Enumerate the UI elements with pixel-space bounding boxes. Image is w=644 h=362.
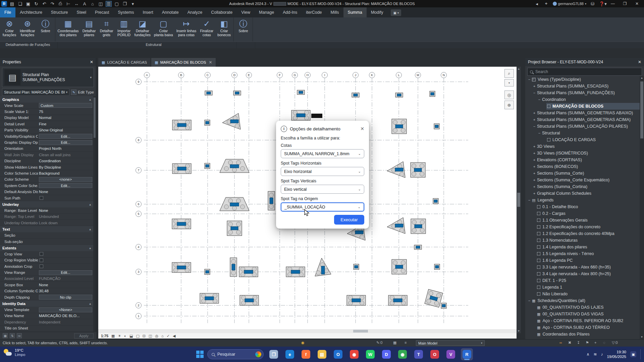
pile-cap-h[interactable] [286, 267, 305, 277]
section-header-extents[interactable]: Extents▴ [0, 245, 93, 251]
constraints-icon[interactable]: ✓ [167, 334, 170, 338]
tree-expand-icon[interactable]: − [527, 77, 531, 81]
pile-cap-tag[interactable] [352, 93, 359, 97]
revit-logo-icon[interactable]: R [1, 1, 7, 7]
pile-cap-sq[interactable] [392, 259, 407, 274]
ribbon-tab-manage[interactable]: Manage [255, 7, 278, 17]
property-row[interactable]: Annotation Crop [0, 263, 93, 269]
properties-scrollbar[interactable] [93, 96, 96, 332]
tree-expand-icon[interactable]: + [532, 178, 536, 182]
tree-item[interactable]: 1.4 Legenda dos pilares [525, 244, 640, 250]
property-value[interactable]: Project North [38, 146, 93, 152]
ribbon-tab-itercode[interactable]: iterCode [302, 7, 326, 17]
property-value[interactable]: <None> [38, 307, 93, 312]
property-row[interactable]: View Template<None> [0, 307, 93, 313]
taskbar-app-visual-studio[interactable]: V [445, 348, 457, 360]
ribbon-button-finalizar-cotas[interactable]: ✓Finalizarcotas [198, 18, 215, 41]
tree-item[interactable]: 0.2 - Cargas [525, 210, 640, 217]
pile-cap-tag[interactable] [233, 91, 241, 95]
ribbon-button-coordenadas-dos-pilares[interactable]: ▦Coordenadasdos pilares [56, 18, 80, 41]
tree-item[interactable]: −Structural [525, 130, 640, 136]
tree-expand-icon[interactable]: + [532, 191, 536, 195]
tree-item[interactable]: +Structural Plans (SUMMA_GEOMETRIAS ACIM… [525, 116, 640, 123]
pile-cap-sm[interactable] [354, 264, 359, 269]
pile-cap-vr[interactable] [230, 258, 237, 277]
ribbon-tab-systems[interactable]: Systems [113, 7, 138, 17]
ribbon-button-inserir-linhas-para-cotas[interactable]: ↦Inserir linhaspara cotas [175, 18, 198, 41]
visual-style-icon[interactable]: ▦ [111, 334, 115, 338]
property-value[interactable]: 30,48 [38, 288, 93, 294]
text-icon[interactable]: A [82, 1, 88, 6]
property-value[interactable]: Show Original [38, 127, 93, 133]
section-header-graphics[interactable]: Graphics▴ [0, 96, 93, 103]
property-row[interactable]: Display ModelNormal [0, 115, 93, 121]
property-value[interactable]: Edit... [38, 139, 93, 145]
tree-item[interactable]: +Elevations (CORTINAS) [525, 157, 640, 163]
ribbon-tab-modify[interactable]: Modify [367, 7, 388, 17]
property-value[interactable] [38, 257, 93, 263]
tree-item[interactable]: 1.2 Especificações do concreto [525, 224, 640, 230]
worksharing-icon[interactable]: ◉ [301, 341, 305, 345]
tree-item[interactable]: 1.5 Legenda níveis - Térreo [525, 250, 640, 257]
property-value[interactable]: Normal [38, 115, 93, 121]
browser-search-input[interactable]: Search [527, 68, 642, 76]
property-value[interactable]: None [38, 207, 93, 213]
properties-close-icon[interactable]: ✕ [90, 60, 93, 64]
tree-item[interactable]: −Structural Plans (SUMMA_LOCAÇÃO PILARES… [525, 123, 640, 130]
tree-item[interactable]: +3D Views [525, 143, 640, 150]
tree-item[interactable]: +3D Views (ISOMÉTRICOS) [525, 150, 640, 157]
thin-lines-icon[interactable]: ☰ [106, 1, 112, 7]
section-header-text[interactable]: Text▴ [0, 226, 93, 232]
filter-icon[interactable]: ≔ [17, 333, 22, 338]
property-row[interactable]: System Color Sche...Edit... [0, 183, 93, 189]
property-row[interactable]: Associated LevelFUNDAÇÃO [0, 276, 93, 282]
tree-item[interactable]: 1.6 Legenda PC [525, 257, 640, 264]
weather-widget[interactable]: 19°CLimpo [3, 348, 25, 357]
design-option-dropdown[interactable]: Main Model▾ [416, 340, 485, 346]
dropdown-spot-tags-horizontais[interactable]: Eixo horizontal⌄ [281, 167, 364, 176]
property-value[interactable] [38, 239, 93, 244]
tree-item[interactable]: 1.2 Especificações do concreto 40Mpa [525, 230, 640, 237]
tree-expand-icon[interactable]: − [532, 91, 536, 95]
tree-item[interactable]: ▦00_QUANTITATIVO DAS VIGAS [525, 311, 640, 317]
pile-cap-h[interactable] [239, 267, 258, 277]
dialog-close-icon[interactable]: ✕ [360, 126, 364, 131]
temporary-view-icon[interactable]: ⌂ [161, 334, 164, 338]
scroll-down-icon[interactable]: ▼ [640, 335, 644, 339]
dropdown-spot-tag-na-origem[interactable]: _SUMMA_LOCAÇÃO⌄ [281, 202, 364, 212]
pile-cap-tag[interactable] [395, 93, 403, 97]
pile-cap-tri[interactable] [387, 218, 405, 234]
property-value[interactable]: Background [38, 170, 93, 176]
pile-cap-h[interactable] [172, 120, 191, 130]
customize-icon[interactable]: ▾ [130, 1, 136, 6]
tree-item[interactable]: −Structural Plans (SUMMA_FUNDAÇÕES) [525, 89, 640, 96]
tree-item[interactable]: +Structural Plans (SUMMA_ESCADAS) [525, 83, 640, 89]
ribbon-button-importar-porlid[interactable]: ▥ImportarPORLID [115, 18, 133, 41]
property-row[interactable]: DependencyIndependent [0, 319, 93, 325]
property-row[interactable]: Scale Value 1:75 [0, 109, 93, 115]
taskbar-app-discord[interactable]: D [380, 348, 392, 360]
pile-cap-h[interactable] [172, 262, 191, 273]
ribbon-button-sobre[interactable]: ⓘSobre [37, 18, 54, 41]
property-row[interactable]: Sub-seção [0, 239, 93, 245]
property-value[interactable]: Custom [38, 103, 93, 108]
taskbar-search-input[interactable]: Pesquisar [207, 349, 264, 359]
property-value[interactable]: Edit... [38, 183, 93, 188]
tree-item[interactable]: +Graphical Column Schedules [525, 190, 640, 197]
pin-icon[interactable]: ↧ [577, 341, 580, 345]
ribbon-tab-file[interactable]: File [0, 7, 15, 17]
ribbon-tab-architecture[interactable]: Architecture [15, 7, 47, 17]
property-row[interactable]: Color Scheme<none> [0, 177, 93, 183]
scroll-up-icon[interactable]: ▲ [640, 76, 644, 80]
pile-cap-sq[interactable] [227, 221, 242, 236]
property-value-button[interactable]: Edit... [39, 134, 92, 139]
tree-item[interactable]: ▦Coordenadas dos Pilares [525, 331, 640, 338]
pile-cap-sm[interactable] [434, 124, 439, 129]
temporary-hide-icon[interactable]: ◫ [149, 334, 152, 338]
taskbar-app-browser[interactable]: ◉ [396, 348, 409, 360]
show-desktop-button[interactable] [640, 349, 641, 359]
tree-item[interactable]: +Sections (Summa_Corte) [525, 170, 640, 177]
close-button[interactable]: ✕ [633, 1, 641, 6]
taskbar-app-firefox[interactable]: f [300, 348, 312, 360]
property-value-button[interactable]: Edit... [39, 270, 92, 275]
